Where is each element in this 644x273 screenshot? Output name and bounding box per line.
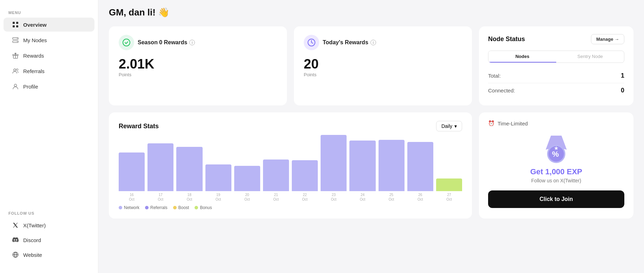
- legend-item: Network: [119, 205, 139, 210]
- chart-bar-col: 25 Oct: [379, 140, 405, 202]
- sidebar-item-my-nodes[interactable]: My Nodes: [4, 33, 94, 47]
- chart-bar-label: 24 Oct: [360, 193, 366, 202]
- chart-bar-label: 18 Oct: [187, 193, 192, 202]
- node-status-card: Node Status Manage → Nodes Sentry Node T…: [479, 26, 633, 105]
- sidebar-item-referrals-label: Referrals: [23, 68, 45, 74]
- node-status-title: Node Status: [488, 35, 525, 43]
- chart-bar-label: 27 Oct: [446, 193, 452, 202]
- today-rewards-title: Today's Rewards i: [323, 39, 376, 46]
- legend-item: Boost: [173, 205, 189, 210]
- chart-bar-col: 21 Oct: [263, 160, 289, 202]
- chart-bar-col: 23 Oct: [321, 135, 347, 202]
- gift-icon: [12, 52, 19, 59]
- medal-icon: %: [542, 132, 570, 164]
- today-rewards-value: 20: [304, 57, 462, 71]
- sidebar-item-profile-label: Profile: [23, 84, 38, 90]
- svg-point-12: [17, 69, 18, 71]
- today-info-icon[interactable]: i: [370, 40, 376, 45]
- chart-bar-label: 20 Oct: [244, 193, 250, 202]
- legend-dot: [173, 206, 177, 209]
- svg-rect-0: [13, 22, 15, 24]
- discord-label: Discord: [23, 237, 41, 243]
- today-rewards-sub: Points: [304, 72, 462, 77]
- period-dropdown[interactable]: Daily ▾: [436, 121, 462, 131]
- clock-icon: ⏰: [488, 120, 495, 126]
- chart-bar: [147, 143, 173, 191]
- exp-sub: Follow us on X(Twitter): [531, 178, 581, 183]
- legend-dot: [195, 206, 198, 209]
- join-button[interactable]: Click to Join: [488, 190, 624, 208]
- sidebar-item-rewards[interactable]: Rewards: [4, 48, 94, 63]
- chart-bar-label: 23 Oct: [331, 193, 337, 202]
- chart-bar: [379, 140, 405, 191]
- chart-bar: [292, 160, 318, 191]
- sidebar-item-rewards-label: Rewards: [23, 53, 44, 59]
- sidebar-item-discord[interactable]: Discord: [4, 233, 94, 247]
- chart-bar: [176, 147, 202, 191]
- twitter-label: X(Twitter): [23, 222, 46, 228]
- time-limited-header: ⏰ Time-Limited: [488, 120, 528, 126]
- time-limited-label: Time-Limited: [498, 121, 528, 126]
- chart-legend: NetworkReferralsBoostBonus: [119, 205, 462, 210]
- svg-point-6: [17, 38, 18, 39]
- chart-bar-col: 20 Oct: [234, 166, 260, 202]
- chart-bar-col: 16 Oct: [119, 152, 145, 202]
- season-rewards-icon: [119, 35, 134, 50]
- manage-button[interactable]: Manage →: [591, 34, 624, 44]
- exp-title: Get 1,000 EXP: [530, 167, 582, 176]
- chart-bar-col: 19 Oct: [205, 164, 231, 202]
- legend-label: Referrals: [150, 205, 167, 210]
- chart-bar-label: 19 Oct: [216, 193, 221, 202]
- sidebar-item-my-nodes-label: My Nodes: [23, 37, 47, 43]
- chart-bar: [263, 160, 289, 191]
- node-total-label: Total:: [488, 73, 501, 79]
- reward-stats-card: Reward Stats Daily ▾ 16 Oct17 Oct18 Oct1…: [109, 112, 472, 219]
- svg-rect-3: [16, 25, 18, 27]
- chart-bar-label: 25 Oct: [389, 193, 394, 202]
- sidebar-item-profile[interactable]: Profile: [4, 79, 94, 93]
- today-rewards-card: Today's Rewards i 20 Points: [294, 26, 472, 105]
- tab-nodes[interactable]: Nodes: [488, 51, 556, 63]
- chart-bar-col: 18 Oct: [176, 147, 202, 202]
- svg-point-17: [123, 39, 130, 46]
- main-content: GM, dan li! 👋 Season 0 Rewards i 2.01K P…: [98, 0, 644, 273]
- chart-bar-col: 22 Oct: [292, 160, 318, 202]
- season-rewards-title: Season 0 Rewards i: [138, 39, 195, 46]
- sidebar-item-referrals[interactable]: Referrals: [4, 64, 94, 78]
- follow-section: FOLLOW US X(Twitter) Discord: [0, 204, 98, 266]
- website-label: Website: [23, 252, 42, 258]
- svg-text:%: %: [552, 150, 559, 158]
- season-rewards-card: Season 0 Rewards i 2.01K Points: [109, 26, 287, 105]
- season-rewards-header: Season 0 Rewards i: [119, 35, 277, 50]
- sidebar-item-website[interactable]: Website: [4, 248, 94, 262]
- season-info-icon[interactable]: i: [189, 40, 195, 45]
- bar-chart: 16 Oct17 Oct18 Oct19 Oct20 Oct21 Oct22 O…: [119, 138, 462, 202]
- x-twitter-icon: [12, 222, 19, 229]
- chart-bar-label: 26 Oct: [418, 193, 423, 202]
- chevron-down-icon: ▾: [454, 123, 457, 129]
- tab-sentry-node[interactable]: Sentry Node: [556, 51, 624, 63]
- svg-point-13: [14, 84, 17, 87]
- sidebar: MENU Overview My Nodes: [0, 0, 98, 273]
- today-rewards-header: Today's Rewards i: [304, 35, 462, 50]
- greeting: GM, dan li! 👋: [109, 7, 633, 18]
- chart-bar: [407, 142, 433, 191]
- sidebar-item-twitter[interactable]: X(Twitter): [4, 218, 94, 232]
- chart-bar-col: 24 Oct: [349, 141, 375, 202]
- node-connected-value: 0: [621, 87, 624, 94]
- node-status-header: Node Status Manage →: [488, 34, 624, 44]
- chart-bar: [321, 135, 347, 191]
- bottom-row: Reward Stats Daily ▾ 16 Oct17 Oct18 Oct1…: [109, 112, 633, 219]
- legend-dot: [145, 206, 149, 209]
- season-rewards-sub: Points: [119, 72, 277, 77]
- globe-icon: [12, 251, 19, 258]
- legend-item: Bonus: [195, 205, 212, 210]
- node-stat-connected: Connected: 0: [488, 83, 624, 98]
- legend-item: Referrals: [145, 205, 167, 210]
- users-icon: [12, 67, 19, 74]
- node-stat-total: Total: 1: [488, 69, 624, 83]
- chart-bar-col: 26 Oct: [407, 142, 433, 202]
- chart-bar: [349, 141, 375, 191]
- user-icon: [12, 83, 19, 90]
- sidebar-item-overview[interactable]: Overview: [4, 18, 94, 32]
